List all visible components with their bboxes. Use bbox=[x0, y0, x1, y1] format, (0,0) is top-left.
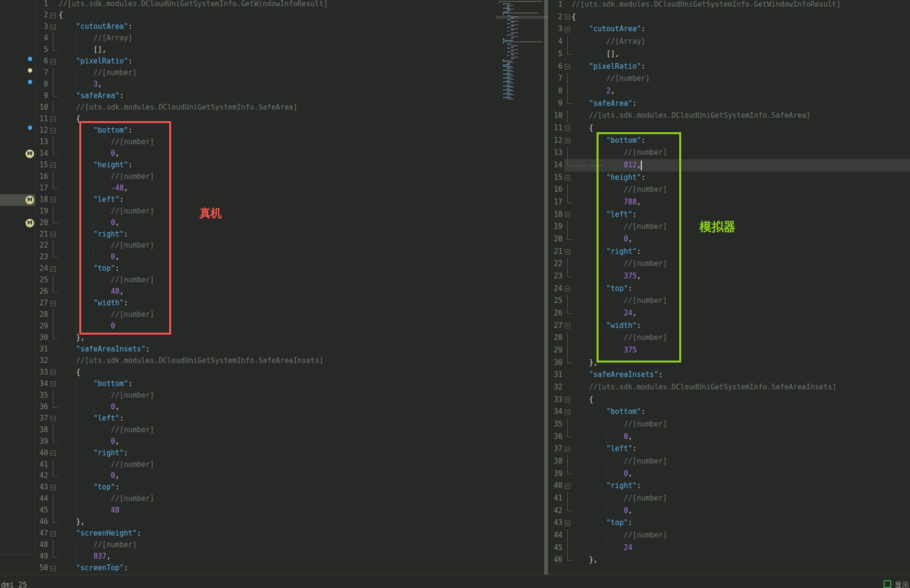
fold-toggle-icon[interactable] bbox=[50, 531, 56, 537]
code-line[interactable]: { bbox=[589, 122, 593, 135]
code-line[interactable]: "bottom": bbox=[606, 406, 645, 418]
code-line[interactable]: "pixelRatio": bbox=[589, 61, 645, 73]
code-line[interactable]: 48 bbox=[111, 505, 120, 516]
code-line[interactable]: 837, bbox=[93, 551, 111, 563]
code-line[interactable]: }, bbox=[589, 554, 598, 566]
code-line[interactable]: "screenHeight": bbox=[76, 528, 141, 539]
modified-badge[interactable]: M bbox=[25, 150, 34, 158]
code-line[interactable]: //[number] bbox=[111, 459, 154, 471]
fold-toggle-icon[interactable] bbox=[565, 138, 570, 143]
fold-toggle-icon[interactable] bbox=[50, 59, 56, 64]
fold-toggle-icon[interactable] bbox=[565, 323, 570, 328]
indent-guide bbox=[589, 283, 589, 295]
show-original-checkbox[interactable] bbox=[884, 580, 891, 588]
code-line[interactable]: "safeArea": bbox=[589, 98, 636, 110]
code-line[interactable]: //[number] bbox=[606, 73, 649, 85]
fold-toggle-icon[interactable] bbox=[50, 13, 56, 18]
code-line[interactable]: "safeArea": bbox=[76, 90, 124, 102]
code-line[interactable]: //[number] bbox=[624, 492, 667, 505]
fold-toggle-icon[interactable] bbox=[565, 484, 570, 489]
code-line[interactable]: { bbox=[59, 10, 63, 21]
fold-toggle-icon[interactable] bbox=[565, 397, 570, 402]
gutter-dot-icon[interactable] bbox=[28, 80, 32, 84]
code-line[interactable]: { bbox=[589, 394, 593, 406]
fold-toggle-icon[interactable] bbox=[50, 381, 56, 387]
modified-badge[interactable]: M bbox=[25, 196, 34, 204]
fold-toggle-icon[interactable] bbox=[50, 232, 56, 237]
fold-toggle-icon[interactable] bbox=[565, 410, 570, 415]
code-line[interactable]: 0, bbox=[624, 468, 633, 480]
code-line[interactable]: //[uts.sdk.modules.DCloudUniGetSystemInf… bbox=[76, 355, 324, 367]
code-line[interactable]: "right": bbox=[606, 480, 641, 492]
fold-toggle-icon[interactable] bbox=[50, 197, 56, 202]
code-line[interactable]: "cutoutArea": bbox=[589, 23, 645, 36]
fold-toggle-icon[interactable] bbox=[565, 286, 570, 291]
code-line[interactable]: "bottom": bbox=[93, 378, 132, 390]
fold-toggle-icon[interactable] bbox=[565, 64, 570, 69]
fold-toggle-icon[interactable] bbox=[50, 163, 56, 168]
code-line[interactable]: }, bbox=[76, 516, 85, 528]
fold-toggle-icon[interactable] bbox=[50, 485, 56, 490]
code-line[interactable]: [], bbox=[93, 44, 106, 56]
code-line[interactable]: 24 bbox=[624, 542, 633, 554]
fold-toggle-icon[interactable] bbox=[565, 249, 570, 254]
fold-toggle-icon[interactable] bbox=[565, 27, 570, 32]
code-line[interactable]: { bbox=[76, 367, 80, 378]
code-line[interactable]: //[Array] bbox=[93, 33, 132, 44]
code-line[interactable]: "top": bbox=[606, 517, 632, 529]
code-line[interactable]: 2, bbox=[606, 85, 615, 98]
modified-badge[interactable]: M bbox=[25, 219, 34, 227]
gutter-dot-icon[interactable] bbox=[28, 68, 32, 73]
code-line[interactable]: 0, bbox=[624, 505, 633, 517]
code-line[interactable]: "left": bbox=[93, 413, 124, 425]
code-line[interactable]: "top": bbox=[93, 482, 119, 493]
code-line[interactable]: //[number] bbox=[111, 493, 154, 505]
code-line[interactable]: //[uts.sdk.modules.DCloudUniGetSystemInf… bbox=[589, 381, 836, 394]
code-line[interactable]: //[number] bbox=[624, 529, 667, 542]
fold-toggle-icon[interactable] bbox=[565, 175, 570, 180]
fold-toggle-icon[interactable] bbox=[565, 447, 570, 452]
code-line[interactable]: "right": bbox=[93, 448, 128, 459]
fold-toggle-icon[interactable] bbox=[50, 116, 56, 122]
fold-toggle-icon[interactable] bbox=[50, 301, 56, 306]
code-line[interactable]: "safeAreaInsets": bbox=[589, 369, 663, 381]
code-line[interactable]: 0, bbox=[111, 436, 120, 448]
fold-toggle-icon[interactable] bbox=[50, 566, 56, 571]
fold-toggle-icon[interactable] bbox=[50, 450, 56, 456]
code-line[interactable]: //[number] bbox=[111, 425, 154, 436]
scrollbar-thumb[interactable] bbox=[544, 0, 548, 575]
code-line[interactable]: //[number] bbox=[111, 390, 154, 401]
minimap[interactable] bbox=[496, 0, 548, 575]
fold-toggle-icon[interactable] bbox=[565, 14, 570, 20]
fold-toggle-icon[interactable] bbox=[50, 370, 56, 375]
code-line[interactable]: 3, bbox=[93, 79, 102, 90]
code-line[interactable]: //[Array] bbox=[606, 36, 645, 48]
fold-toggle-icon[interactable] bbox=[565, 212, 570, 217]
code-line[interactable]: //[number] bbox=[624, 418, 667, 431]
code-line[interactable]: //[number] bbox=[624, 455, 667, 468]
code-line[interactable]: "screenTop": bbox=[76, 563, 128, 574]
code-line[interactable]: 0, bbox=[111, 470, 120, 482]
code-line[interactable]: "pixelRatio": bbox=[76, 56, 132, 67]
code-line[interactable]: //[number] bbox=[93, 67, 137, 79]
code-line[interactable]: "left": bbox=[606, 443, 636, 455]
code-line[interactable]: //[uts.sdk.modules.DCloudUniGetSystemInf… bbox=[589, 110, 810, 122]
indent-guide bbox=[76, 493, 76, 505]
code-line[interactable]: //[uts.sdk.modules.DCloudUniGetSystemInf… bbox=[59, 0, 328, 10]
fold-toggle-icon[interactable] bbox=[565, 125, 570, 131]
code-line[interactable]: 0, bbox=[111, 401, 120, 413]
code-line[interactable]: //[number] bbox=[93, 539, 137, 551]
gutter-dot-icon[interactable] bbox=[28, 57, 32, 61]
fold-toggle-icon[interactable] bbox=[50, 128, 56, 133]
fold-toggle-icon[interactable] bbox=[50, 266, 56, 272]
code-line[interactable]: //[uts.sdk.modules.DCloudUniGetSystemInf… bbox=[572, 0, 841, 11]
code-line[interactable]: 0, bbox=[624, 431, 633, 443]
code-line[interactable]: [], bbox=[606, 48, 619, 61]
fold-toggle-icon[interactable] bbox=[50, 25, 56, 30]
code-line[interactable]: { bbox=[572, 11, 576, 24]
code-line[interactable]: //[uts.sdk.modules.DCloudUniGetSystemInf… bbox=[76, 102, 298, 113]
fold-toggle-icon[interactable] bbox=[50, 416, 56, 421]
code-line[interactable]: "cutoutArea": bbox=[76, 21, 132, 33]
code-line[interactable]: "safeAreaInsets": bbox=[76, 344, 150, 355]
fold-toggle-icon[interactable] bbox=[565, 521, 570, 526]
